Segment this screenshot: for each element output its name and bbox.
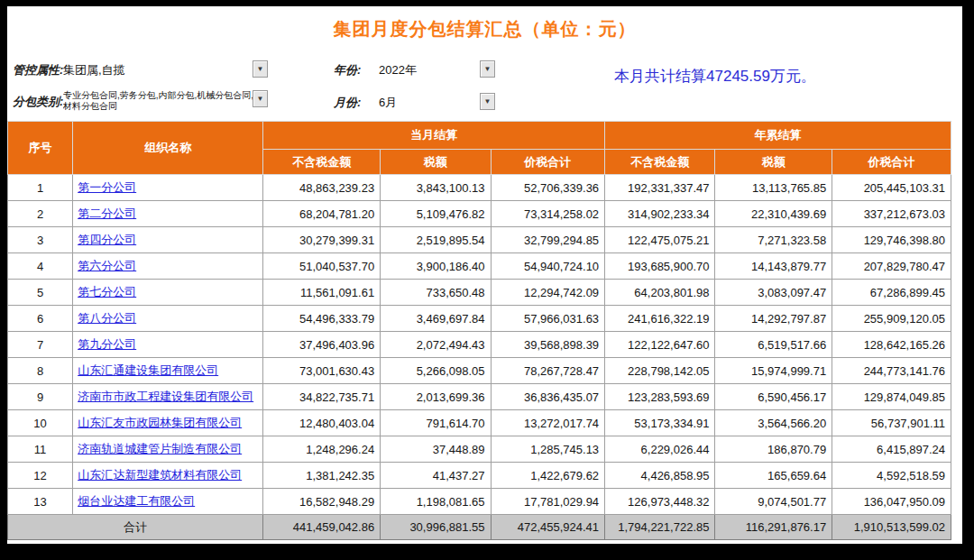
- org-link[interactable]: 第六分公司: [78, 259, 136, 272]
- year-tax-cell: 14,292,797.87: [715, 306, 832, 332]
- report-header-area: 集团月度分包结算汇总（单位：元） 管控属性: 集团属,自揽 ▼ 分包类别: 专业…: [7, 6, 962, 121]
- year-tax-cell: 186,870.79: [715, 436, 832, 463]
- org-link[interactable]: 烟台业达建工有限公司: [78, 494, 195, 508]
- row-seq: 8: [8, 358, 73, 384]
- total-label: 合计: [8, 515, 263, 540]
- org-cell: 第一分公司: [73, 175, 263, 201]
- month-total-cell: 1,285,745.13: [491, 436, 605, 463]
- row-seq: 7: [8, 332, 73, 358]
- control-attribute-label: 管控属性:: [13, 62, 63, 78]
- year-label: 年份:: [334, 62, 361, 78]
- subcontract-category-dropdown-icon[interactable]: ▼: [253, 90, 268, 107]
- header-year-ex-tax: 不含税金额: [605, 150, 715, 175]
- table-row: 4第六分公司51,040,537.703,900,186.4054,940,72…: [8, 253, 951, 280]
- page-title: 集团月度分包结算汇总（单位：元）: [7, 17, 962, 41]
- year-total-cell: 244,773,141.76: [832, 358, 951, 384]
- month-value[interactable]: 6月: [379, 95, 397, 111]
- year-ex-tax-cell: 123,283,593.69: [605, 384, 715, 410]
- year-ex-tax-cell: 241,616,322.19: [605, 306, 715, 332]
- control-attribute-dropdown-icon[interactable]: ▼: [253, 60, 268, 78]
- org-link[interactable]: 第二分公司: [78, 207, 136, 220]
- month-tax-cell: 2,519,895.54: [381, 227, 491, 253]
- org-cell: 第八分公司: [73, 306, 263, 332]
- row-seq: 9: [8, 384, 73, 410]
- year-ex-tax-cell: 193,685,900.70: [605, 253, 715, 280]
- table-row: 8山东汇通建设集团有限公司73,001,630.435,266,098.0578…: [8, 358, 951, 384]
- month-total-cell: 12,294,742.09: [491, 280, 605, 306]
- org-cell: 第四分公司: [73, 227, 263, 253]
- header-year-total: 价税合计: [832, 150, 951, 175]
- year-tax-cell: 15,974,999.71: [715, 358, 832, 384]
- month-ex-tax-cell: 54,496,333.79: [263, 306, 381, 332]
- report-window: 集团月度分包结算汇总（单位：元） 管控属性: 集团属,自揽 ▼ 分包类别: 专业…: [0, 0, 974, 560]
- month-tax-cell: 1,198,081.65: [381, 489, 491, 515]
- year-dropdown-icon[interactable]: ▼: [480, 60, 495, 78]
- year-tax-cell: 6,519,517.66: [715, 332, 832, 358]
- month-tax-cell: 733,650.48: [381, 280, 491, 306]
- year-value[interactable]: 2022年: [379, 62, 417, 78]
- year-total-cell: 129,746,398.80: [832, 227, 951, 253]
- year-tax-cell: 22,310,439.69: [715, 201, 832, 227]
- year-ex-tax-cell: 122,475,075.21: [605, 227, 715, 253]
- month-total-cell: 13,272,017.74: [491, 410, 605, 436]
- month-ex-tax-cell: 37,496,403.96: [263, 332, 381, 358]
- header-month-group: 当月结算: [263, 122, 605, 150]
- month-ex-tax-cell: 11,561,091.61: [263, 280, 381, 306]
- org-cell: 烟台业达建工有限公司: [73, 489, 263, 515]
- org-link[interactable]: 第九分公司: [78, 337, 136, 351]
- year-total-cell: 205,445,103.31: [832, 175, 951, 201]
- row-seq: 12: [8, 463, 73, 489]
- year-total-cell: 255,909,120.05: [832, 306, 951, 332]
- row-seq: 10: [8, 410, 73, 436]
- month-total-cell: 52,706,339.36: [491, 175, 605, 201]
- org-cell: 第九分公司: [73, 332, 263, 358]
- subcontract-category-value[interactable]: 专业分包合同,劳务分包,内部分包,机械分包合同,材料分包合同: [63, 90, 254, 112]
- year-total-cell: 128,642,165.26: [832, 332, 951, 358]
- header-year-tax: 税额: [715, 150, 832, 175]
- row-seq: 2: [8, 201, 73, 227]
- month-total-cell: 17,781,029.94: [491, 489, 605, 515]
- month-dropdown-icon[interactable]: ▼: [480, 93, 495, 110]
- org-link[interactable]: 第一分公司: [78, 180, 136, 194]
- year-ex-tax-cell: 4,426,858.95: [605, 463, 715, 489]
- year-ex-tax-cell: 228,798,142.05: [605, 358, 715, 384]
- month-total-cell: 1,422,679.62: [491, 463, 605, 489]
- header-month-total: 价税合计: [491, 150, 605, 175]
- year-tax-cell: 6,590,456.17: [715, 384, 832, 410]
- month-total-cell: 39,568,898.39: [491, 332, 605, 358]
- report-page: 集团月度分包结算汇总（单位：元） 管控属性: 集团属,自揽 ▼ 分包类别: 专业…: [7, 6, 962, 544]
- table-row: 1第一分公司48,863,239.233,843,100.1352,706,33…: [8, 175, 951, 201]
- header-org: 组织名称: [73, 122, 263, 175]
- org-cell: 第七分公司: [73, 280, 263, 306]
- year-tax-cell: 3,083,097.47: [715, 280, 832, 306]
- org-link[interactable]: 济南市市政工程建设集团有限公司: [78, 390, 253, 403]
- header-month-ex-tax: 不含税金额: [263, 150, 381, 175]
- org-link[interactable]: 第四分公司: [78, 233, 136, 246]
- row-seq: 11: [8, 436, 73, 463]
- total-year-ex-tax: 1,794,221,722.85: [605, 515, 715, 540]
- org-link[interactable]: 山东汇达新型建筑材料有限公司: [78, 468, 242, 482]
- org-link[interactable]: 山东汇通建设集团有限公司: [78, 363, 218, 377]
- control-attribute-value[interactable]: 集团属,自揽: [63, 62, 125, 78]
- year-total-cell: 136,047,950.09: [832, 489, 951, 515]
- org-link[interactable]: 第七分公司: [78, 285, 136, 298]
- year-tax-cell: 13,113,765.85: [715, 175, 832, 201]
- year-tax-cell: 3,564,566.20: [715, 410, 832, 436]
- org-link[interactable]: 山东汇友市政园林集团有限公司: [78, 416, 242, 429]
- org-cell: 济南市市政工程建设集团有限公司: [73, 384, 263, 410]
- year-ex-tax-cell: 64,203,801.98: [605, 280, 715, 306]
- org-link[interactable]: 第八分公司: [78, 311, 136, 325]
- month-ex-tax-cell: 30,279,399.31: [263, 227, 381, 253]
- row-seq: 3: [8, 227, 73, 253]
- org-cell: 山东汇通建设集团有限公司: [73, 358, 263, 384]
- month-total-cell: 78,267,728.47: [491, 358, 605, 384]
- org-link[interactable]: 济南轨道城建管片制造有限公司: [78, 442, 242, 455]
- month-label: 月份:: [334, 95, 361, 111]
- total-month-tax: 30,996,881.55: [381, 515, 491, 540]
- month-total-cell: 54,940,724.10: [491, 253, 605, 280]
- year-total-cell: 207,829,780.47: [832, 253, 951, 280]
- row-seq: 4: [8, 253, 73, 280]
- month-total-cell: 73,314,258.02: [491, 201, 605, 227]
- month-ex-tax-cell: 12,480,403.04: [263, 410, 381, 436]
- total-year-total: 1,910,513,599.02: [832, 515, 951, 540]
